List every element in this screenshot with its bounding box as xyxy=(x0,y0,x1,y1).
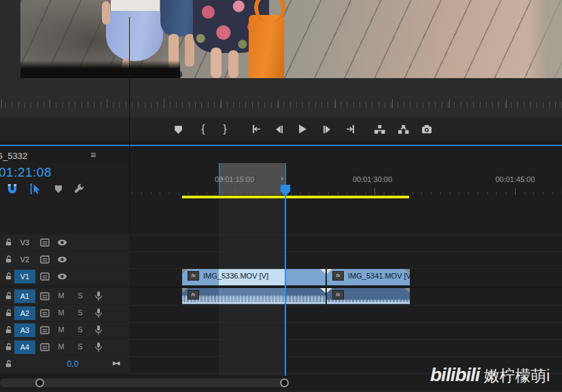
playhead-line[interactable] xyxy=(285,185,286,376)
video-clip-img5336[interactable]: fx IMG_5336.MOV [V] xyxy=(182,269,326,285)
clip-edge-marker xyxy=(404,269,410,274)
toggle-track-output-icon[interactable] xyxy=(57,239,67,246)
cut-point-marker[interactable] xyxy=(320,288,326,293)
track-header-a3: A3 M S xyxy=(0,322,129,338)
timeline-ruler[interactable]: ‹ › 00:01:15:00 00:01:30:00 00:01:45:00 xyxy=(129,163,562,198)
voiceover-mic-icon[interactable] xyxy=(94,342,103,353)
header-track-divider xyxy=(129,17,130,230)
step-forward-button[interactable] xyxy=(320,122,334,136)
zoom-handle-left[interactable] xyxy=(35,378,44,387)
snap-magnet-icon[interactable] xyxy=(6,183,18,195)
step-back-button[interactable] xyxy=(272,122,285,136)
grid-line xyxy=(129,251,562,252)
figure-child-skirt xyxy=(106,11,163,61)
track-target-v3[interactable]: V3 xyxy=(14,236,35,249)
lock-icon[interactable] xyxy=(4,359,13,368)
playhead-timecode[interactable]: 01:21:08 xyxy=(0,165,52,180)
premiere-window: { } xyxy=(0,0,562,392)
cut-point-marker[interactable] xyxy=(327,288,332,293)
monitor-time-ruler[interactable] xyxy=(0,99,562,108)
voiceover-mic-icon[interactable] xyxy=(94,308,103,319)
track-header-v2: V2 xyxy=(0,251,129,268)
zoom-handle-right[interactable] xyxy=(280,378,289,387)
audio-waveform xyxy=(327,300,410,304)
transport-controls: { } xyxy=(0,118,562,141)
video-clip-img5341[interactable]: fx IMG_5341.MOV [V] xyxy=(327,269,410,285)
figure-woman-leg xyxy=(211,48,222,78)
ruler-label-2: 00:01:30:00 xyxy=(353,175,392,183)
figure-child-arm xyxy=(102,1,110,24)
settings-wrench-icon[interactable] xyxy=(73,183,85,194)
solo-button[interactable]: S xyxy=(76,325,84,334)
lock-icon[interactable] xyxy=(4,255,13,264)
mute-button[interactable]: M xyxy=(57,325,65,334)
track-header-a1: A1 M S xyxy=(0,288,129,304)
source-patch-icon[interactable] xyxy=(40,309,50,317)
source-patch-icon[interactable] xyxy=(40,326,50,334)
cut-point-marker[interactable] xyxy=(327,269,332,274)
clip-edge-marker xyxy=(404,288,410,293)
grid-line xyxy=(129,356,562,357)
play-button[interactable] xyxy=(296,122,309,136)
linked-selection-icon[interactable] xyxy=(30,183,42,195)
audio-clip-img5341[interactable]: fx xyxy=(327,288,410,304)
solo-button[interactable]: S xyxy=(76,291,84,300)
source-patch-icon[interactable] xyxy=(40,238,50,247)
lock-icon[interactable] xyxy=(4,291,13,300)
ruler-major-ticks xyxy=(129,188,562,195)
track-target-v2[interactable]: V2 xyxy=(14,253,35,266)
sequence-tab[interactable]: G_5332 xyxy=(0,151,27,161)
lock-icon[interactable] xyxy=(4,325,13,334)
mark-out-button[interactable]: } xyxy=(218,122,232,136)
collapse-track-icon[interactable]: ▶◀ xyxy=(113,360,118,366)
add-marker-button[interactable] xyxy=(171,122,185,136)
audio-clip-img5336[interactable]: fx xyxy=(182,288,326,304)
ruler-label-1: 00:01:15:00 xyxy=(215,175,254,183)
track-target-a1[interactable]: A1 xyxy=(14,289,35,303)
track-target-a2[interactable]: A2 xyxy=(14,306,35,320)
lock-icon[interactable] xyxy=(4,238,13,247)
track-header-v3: V3 xyxy=(0,234,129,251)
grid-line xyxy=(129,339,562,340)
master-level-value[interactable]: 0.0 xyxy=(58,359,87,369)
track-target-v1[interactable]: V1 xyxy=(14,270,35,283)
solo-button[interactable]: S xyxy=(76,308,84,317)
mute-button[interactable]: M xyxy=(57,308,65,317)
lift-button[interactable] xyxy=(372,122,386,136)
track-header-v1: V1 xyxy=(0,268,129,285)
monitor-ruler-major-ticks xyxy=(0,99,562,108)
lock-icon[interactable] xyxy=(4,272,13,281)
monitor-scroll-strip[interactable] xyxy=(0,109,562,118)
track-headers: V3 V2 V1 A1 M xyxy=(0,198,129,376)
source-patch-icon[interactable] xyxy=(40,272,50,281)
mute-button[interactable]: M xyxy=(57,291,65,300)
cut-point-marker[interactable] xyxy=(320,269,326,274)
track-area[interactable]: fx IMG_5336.MOV [V] fx IMG_5341.MOV [V] … xyxy=(129,198,562,376)
voiceover-mic-icon[interactable] xyxy=(94,291,103,302)
track-target-a3[interactable]: A3 xyxy=(14,323,35,337)
solo-button[interactable]: S xyxy=(76,342,84,351)
go-to-out-button[interactable] xyxy=(344,122,357,136)
clip-edge-marker xyxy=(182,269,188,274)
extract-button[interactable] xyxy=(396,122,410,136)
toggle-track-output-icon[interactable] xyxy=(57,273,67,280)
source-patch-icon[interactable] xyxy=(40,292,50,300)
source-patch-icon[interactable] xyxy=(40,343,50,351)
range-close-icon: › xyxy=(281,174,283,182)
export-frame-button[interactable] xyxy=(420,122,434,136)
source-patch-icon[interactable] xyxy=(40,255,50,264)
marker-icon[interactable] xyxy=(54,184,63,194)
lock-icon[interactable] xyxy=(4,308,13,317)
toggle-track-output-icon[interactable] xyxy=(57,256,67,263)
timeline-tab-row: G_5332 ≡ xyxy=(0,146,562,163)
pillar-edge xyxy=(527,0,562,78)
mute-button[interactable]: M xyxy=(57,342,65,351)
go-to-in-button[interactable] xyxy=(249,122,263,136)
track-target-a4[interactable]: A4 xyxy=(14,340,35,354)
track-header-a2: A2 M S xyxy=(0,305,129,321)
voiceover-mic-icon[interactable] xyxy=(94,325,103,336)
panel-menu-icon[interactable]: ≡ xyxy=(90,149,96,160)
mark-in-button[interactable]: { xyxy=(196,122,210,136)
lock-icon[interactable] xyxy=(4,342,13,351)
fx-badge: fx xyxy=(332,290,344,300)
